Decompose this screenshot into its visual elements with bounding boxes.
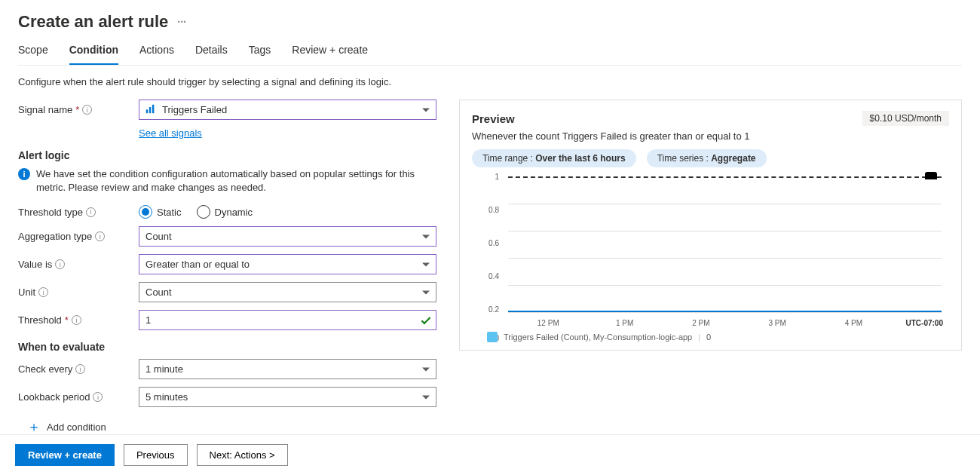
info-icon[interactable]: i [55, 259, 65, 269]
radio-unchecked-icon [197, 205, 210, 219]
threshold-type-static-radio[interactable]: Static [139, 205, 182, 219]
svg-rect-1 [149, 107, 151, 113]
tabs: Scope Condition Actions Details Tags Rev… [18, 38, 962, 66]
value-is-dropdown[interactable]: Greater than or equal to [139, 254, 436, 274]
x-tick: 12 PM [537, 319, 559, 327]
chevron-down-icon [422, 108, 430, 112]
legend-color-swatch [487, 332, 498, 342]
chart-legend: Triggers Failed (Count), My-Consumption-… [487, 332, 711, 342]
tab-actions[interactable]: Actions [139, 38, 174, 65]
radio-checked-icon [139, 205, 152, 219]
tab-details[interactable]: Details [195, 38, 228, 65]
info-icon: i [18, 168, 30, 180]
review-create-button[interactable]: Review + create [15, 444, 115, 466]
value-is-label: Value is [18, 259, 52, 270]
aggregation-type-label: Aggregation type [18, 231, 92, 242]
alert-logic-heading: Alert logic [18, 149, 436, 161]
required-icon: * [65, 314, 69, 326]
info-icon[interactable]: i [93, 392, 103, 402]
chevron-down-icon [422, 290, 430, 294]
x-tick: 3 PM [768, 319, 786, 327]
alert-logic-note: We have set the condition configuration … [36, 167, 436, 195]
signal-name-label: Signal name [18, 104, 72, 115]
threshold-type-dynamic-radio[interactable]: Dynamic [197, 205, 253, 219]
signal-name-value: Triggers Failed [162, 104, 227, 115]
tab-tags[interactable]: Tags [249, 38, 271, 65]
timezone-label: UTC-07:00 [906, 319, 943, 327]
lookback-period-label: Lookback period [18, 391, 90, 403]
preview-card: Preview $0.10 USD/month Whenever the cou… [459, 100, 962, 351]
more-icon[interactable]: ··· [177, 16, 186, 28]
aggregation-type-dropdown[interactable]: Count [139, 226, 436, 247]
tab-condition[interactable]: Condition [69, 38, 118, 65]
chevron-down-icon [422, 367, 430, 371]
chevron-down-icon [422, 262, 430, 266]
see-all-signals-link[interactable]: See all signals [139, 127, 202, 139]
x-tick: 2 PM [692, 319, 709, 327]
tab-scope[interactable]: Scope [18, 38, 48, 65]
unit-label: Unit [18, 287, 35, 298]
y-tick: 0.4 [472, 272, 504, 280]
lookback-period-dropdown[interactable]: 5 minutes [139, 387, 436, 407]
time-range-pill[interactable]: Time range : Over the last 6 hours [472, 149, 636, 167]
x-tick: 1 PM [616, 319, 633, 327]
chart-series-line [508, 311, 942, 312]
info-icon[interactable]: i [72, 315, 81, 325]
check-every-label: Check every [18, 363, 72, 375]
y-tick: 1 [472, 173, 504, 181]
plus-icon: ＋ [27, 418, 41, 436]
chevron-down-icon [422, 234, 430, 238]
preview-title: Preview [472, 112, 515, 125]
y-tick: 0.6 [472, 239, 504, 247]
info-icon[interactable]: i [75, 364, 85, 374]
checkmark-icon [421, 314, 431, 324]
svg-rect-0 [146, 109, 148, 113]
info-icon[interactable]: i [38, 287, 48, 297]
preview-description: Whenever the count Triggers Failed is gr… [472, 130, 949, 142]
threshold-input[interactable]: 1 [139, 310, 436, 330]
threshold-flag-icon [925, 172, 937, 179]
time-series-pill[interactable]: Time series : Aggregate [647, 149, 767, 167]
threshold-line [508, 176, 942, 178]
y-tick: 0.2 [472, 305, 504, 314]
price-badge: $0.10 USD/month [862, 111, 949, 126]
svg-rect-2 [152, 104, 154, 112]
check-every-dropdown[interactable]: 1 minute [139, 359, 436, 379]
add-condition-button[interactable]: ＋ Add condition [18, 418, 436, 436]
threshold-type-label: Threshold type [18, 207, 83, 218]
threshold-label: Threshold [18, 314, 62, 326]
footer-buttons: Review + create Previous Next: Actions > [0, 434, 980, 475]
page-title: Create an alert rule [18, 12, 168, 32]
tab-review[interactable]: Review + create [292, 38, 368, 65]
chevron-down-icon [422, 395, 430, 399]
x-tick: 4 PM [845, 319, 862, 327]
info-icon[interactable]: i [86, 207, 96, 217]
required-icon: * [75, 104, 79, 115]
preview-chart: 1 0.8 0.6 0.4 0.2 0 12 PM 1 PM [472, 176, 949, 342]
info-icon[interactable]: i [82, 105, 92, 115]
previous-button[interactable]: Previous [124, 444, 188, 466]
tab-description: Configure when the alert rule should tri… [18, 76, 962, 87]
when-to-evaluate-heading: When to evaluate [18, 341, 436, 353]
signal-name-dropdown[interactable]: Triggers Failed [139, 100, 436, 120]
unit-dropdown[interactable]: Count [139, 282, 436, 302]
y-tick: 0.8 [472, 206, 504, 214]
info-icon[interactable]: i [95, 231, 105, 241]
metric-icon [145, 104, 155, 116]
next-actions-button[interactable]: Next: Actions > [197, 444, 288, 466]
